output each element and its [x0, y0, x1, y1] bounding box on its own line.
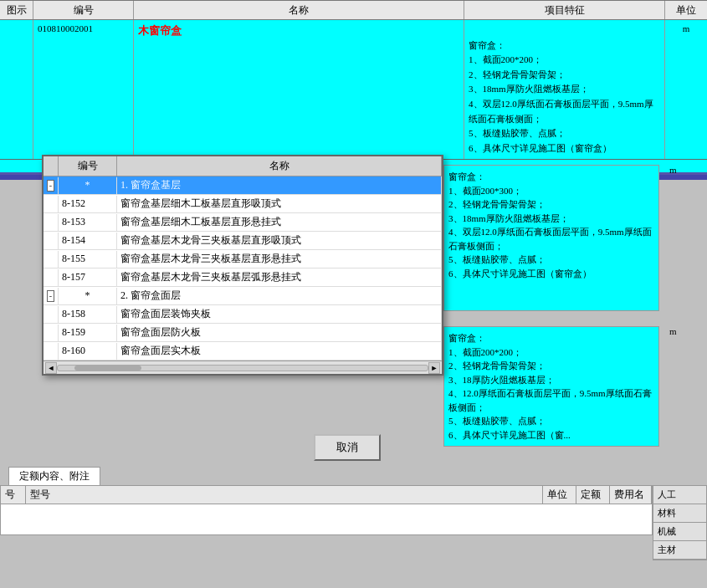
row-8159-name: 窗帘盒面层防火板 [117, 324, 442, 341]
dialog-row-8157[interactable]: 8-157 窗帘盒基层木龙骨三夹板基层弧形悬挂式 [44, 268, 442, 287]
main-data-row: 010810002001 木窗帘盒 窗帘盒： 1、截面200*200； 2、轻钢… [0, 20, 707, 160]
bottom-col-feiyong: 费用名 [610, 486, 652, 504]
right-unit-2: m [669, 326, 677, 336]
cancel-button[interactable]: 取消 [314, 434, 381, 461]
header-code: 编号 [33, 1, 134, 19]
dialog-row-8154[interactable]: 8-154 窗帘盒基层木龙骨三夹板基层直形吸顶式 [44, 232, 442, 250]
bottom-col-hao: 号 [1, 486, 26, 504]
bottom-tabs: 定额内容、附注 [0, 467, 707, 485]
bottom-col-dinge: 定额 [576, 486, 610, 504]
scroll-left-btn[interactable]: ◄ [45, 362, 57, 374]
row-8152-code: 8-152 [59, 196, 117, 212]
row-8158-name: 窗帘盒面层装饰夹板 [117, 305, 442, 323]
row-8153-name: 窗帘盒基层细木工板基层直形悬挂式 [117, 213, 442, 231]
row-8154-name: 窗帘盒基层木龙骨三夹板基层直形吸顶式 [117, 232, 442, 249]
right-unit-1: m [669, 165, 677, 175]
dialog-header-name: 名称 [117, 156, 442, 176]
bottom-col-type: 型号 [26, 486, 543, 504]
cancel-button-wrapper[interactable]: 取消 [314, 434, 381, 461]
row-icon-cell [0, 20, 33, 159]
row-8153-expand [44, 214, 59, 231]
bottom-table-header: 号 型号 单位 定额 费用名 [1, 486, 652, 504]
row-8158-expand [44, 306, 59, 323]
row-8155-code: 8-155 [59, 251, 117, 268]
row-8159-code: 8-159 [59, 325, 117, 341]
row-unit-cell: m [665, 20, 707, 159]
group1-name-cell: 1. 窗帘盒基层 [117, 176, 442, 194]
group2-header-row[interactable]: - * 2. 窗帘盒面层 [44, 287, 442, 305]
row-8160-code: 8-160 [59, 343, 117, 360]
group1-code-cell: * [59, 177, 117, 194]
group1-expand-cell[interactable]: - [44, 177, 59, 194]
row-8155-name: 窗帘盒基层木龙骨三夹板基层直形悬挂式 [117, 250, 442, 268]
row-8159-expand [44, 325, 59, 341]
right-feature-panel-2: 窗帘盒： 1、截面200*200； 2、轻钢龙骨骨架骨架； 3、18厚防火阻燃板… [443, 326, 659, 447]
dialog-row-8152[interactable]: 8-152 窗帘盒基层细木工板基层直形吸顶式 [44, 195, 442, 213]
dialog-body: - * 1. 窗帘盒基层 8-152 窗帘盒基层细木工板基层直形吸顶式 8-15… [44, 176, 442, 360]
dialog-row-8153[interactable]: 8-153 窗帘盒基层细木工板基层直形悬挂式 [44, 213, 442, 232]
row-name-cell: 木窗帘盒 [134, 20, 464, 159]
dialog-header-expand [44, 156, 59, 176]
group2-name-cell: 2. 窗帘盒面层 [117, 287, 442, 304]
row-feature-cell: 窗帘盒： 1、截面200*200； 2、轻钢龙骨骨架骨架； 3、18mm厚防火阻… [464, 20, 665, 159]
dialog-scrollbar[interactable]: ◄ ► [44, 360, 442, 374]
scrollbar-track[interactable] [57, 365, 428, 371]
main-table-header: 图示 编号 名称 项目特征 单位 [0, 0, 707, 20]
scrollbar-thumb[interactable] [74, 366, 141, 371]
row-8160-name: 窗帘盒面层实木板 [117, 342, 442, 360]
bottom-area: 定额内容、附注 号 型号 单位 定额 费用名 人工 材料 [0, 467, 707, 588]
header-icon: 图示 [0, 1, 33, 19]
group2-expand-btn[interactable]: - [47, 290, 54, 302]
row-8152-expand [44, 196, 59, 212]
tab-dinge-content[interactable]: 定额内容、附注 [8, 467, 100, 485]
cost-jixie: 机械 [653, 523, 706, 541]
group1-expand-btn[interactable]: - [47, 180, 54, 192]
row-8153-code: 8-153 [59, 214, 117, 231]
row-8160-expand [44, 343, 59, 360]
header-name: 名称 [134, 1, 464, 19]
cost-panel: 人工 材料 机械 主材 [653, 485, 707, 560]
header-feature: 项目特征 [464, 1, 665, 19]
group2-code-cell: * [59, 288, 117, 304]
row-8154-code: 8-154 [59, 233, 117, 249]
row-8152-name: 窗帘盒基层细木工板基层直形吸顶式 [117, 195, 442, 212]
scroll-right-btn[interactable]: ► [428, 362, 440, 374]
dialog-row-8158[interactable]: 8-158 窗帘盒面层装饰夹板 [44, 305, 442, 324]
dialog-row-8155[interactable]: 8-155 窗帘盒基层木龙骨三夹板基层直形悬挂式 [44, 250, 442, 268]
dialog-row-8159[interactable]: 8-159 窗帘盒面层防火板 [44, 324, 442, 342]
dialog-popup: 编号 名称 - * 1. 窗帘盒基层 8-152 窗帘盒基层细木工板基层直 [42, 155, 443, 376]
row-8155-expand [44, 251, 59, 268]
row-8157-name: 窗帘盒基层木龙骨三夹板基层弧形悬挂式 [117, 268, 442, 286]
cost-rengong: 人工 [653, 486, 706, 504]
cost-zhucai: 主材 [653, 541, 706, 560]
row-8157-code: 8-157 [59, 269, 117, 286]
group1-header-row[interactable]: - * 1. 窗帘盒基层 [44, 176, 442, 195]
dialog-header-code: 编号 [59, 156, 117, 176]
row-8154-expand [44, 233, 59, 249]
cost-cailiao: 材料 [653, 504, 706, 523]
header-unit: 单位 [665, 1, 707, 19]
row-8157-expand [44, 269, 59, 286]
bottom-col-unit: 单位 [543, 486, 576, 504]
right-feature-panel-1: 窗帘盒： 1、截面200*300； 2、轻钢龙骨骨架骨架； 3、18mm厚防火阻… [443, 165, 659, 311]
bottom-table: 号 型号 单位 定额 费用名 [0, 485, 653, 535]
row-8158-code: 8-158 [59, 306, 117, 323]
row-code-cell: 010810002001 [33, 20, 134, 159]
dialog-header: 编号 名称 [44, 156, 442, 176]
group2-expand-cell[interactable]: - [44, 288, 59, 304]
dialog-row-8160[interactable]: 8-160 窗帘盒面层实木板 [44, 342, 442, 360]
